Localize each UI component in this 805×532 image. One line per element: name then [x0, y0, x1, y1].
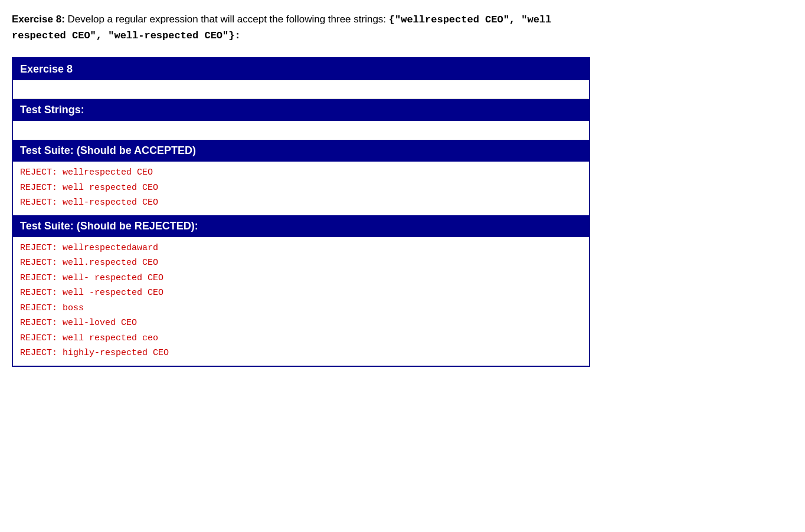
reject-label: REJECT:	[20, 333, 57, 343]
reject-label: REJECT:	[20, 168, 57, 178]
test-row: REJECT: well -respected CEO	[20, 285, 582, 301]
test-row: REJECT: well respected CEO	[20, 180, 582, 196]
rejected-rows-container: REJECT: wellrespectedawardREJECT: well.r…	[13, 237, 589, 366]
reject-label: REJECT:	[20, 243, 57, 253]
intro-text: Develop a regular expression that will a…	[65, 14, 389, 25]
test-row: REJECT: well-loved CEO	[20, 316, 582, 331]
accepted-rows-container: REJECT: wellrespected CEOREJECT: well re…	[13, 162, 589, 215]
reject-label: REJECT:	[20, 303, 57, 313]
exercise-container: Exercise 8 Test Strings: Test Suite: (Sh…	[12, 57, 590, 367]
test-row: REJECT: well- respected CEO	[20, 271, 582, 286]
test-strings-label: Test Strings:	[20, 104, 84, 116]
reject-label: REJECT:	[20, 348, 57, 358]
test-strings-area[interactable]	[13, 121, 589, 140]
test-row: REJECT: boss	[20, 301, 582, 316]
test-row: REJECT: well respected ceo	[20, 331, 582, 346]
test-value: well -respected CEO	[63, 288, 163, 298]
accepted-header: Test Suite: (Should be ACCEPTED)	[13, 140, 589, 162]
reject-label: REJECT:	[20, 198, 57, 208]
rejected-header: Test Suite: (Should be REJECTED):	[13, 215, 589, 237]
test-row: REJECT: wellrespectedaward	[20, 241, 582, 256]
test-strings-header: Test Strings:	[13, 99, 589, 121]
test-value: boss	[63, 303, 84, 313]
test-value: highly-respected CEO	[63, 348, 169, 358]
test-value: well- respected CEO	[63, 273, 163, 283]
rejected-header-text: Test Suite: (Should be REJECTED):	[20, 220, 198, 232]
test-value: wellrespected CEO	[63, 168, 153, 178]
test-row: REJECT: highly-respected CEO	[20, 346, 582, 361]
reject-label: REJECT:	[20, 288, 57, 298]
reject-label: REJECT:	[20, 273, 57, 283]
accepted-header-text: Test Suite: (Should be ACCEPTED)	[20, 145, 196, 156]
exercise-title-text: Exercise 8	[20, 63, 73, 75]
test-value: wellrespectedaward	[63, 243, 158, 253]
test-strings-input[interactable]	[19, 125, 583, 135]
reject-label: REJECT:	[20, 183, 57, 193]
test-value: well.respected CEO	[63, 258, 158, 268]
exercise-title-header: Exercise 8	[13, 58, 589, 80]
test-value: well-respected CEO	[63, 198, 158, 208]
test-value: well-loved CEO	[63, 318, 137, 328]
test-row: REJECT: well.respected CEO	[20, 255, 582, 271]
test-row: REJECT: well-respected CEO	[20, 195, 582, 211]
regex-input-area[interactable]	[13, 80, 589, 99]
intro-label: Exercise 8:	[12, 14, 65, 25]
regex-input[interactable]	[19, 84, 583, 94]
reject-label: REJECT:	[20, 258, 57, 268]
reject-label: REJECT:	[20, 318, 57, 328]
intro-paragraph: Exercise 8: Develop a regular expression…	[12, 12, 590, 43]
test-value: well respected CEO	[63, 183, 158, 193]
test-value: well respected ceo	[63, 333, 158, 343]
test-row: REJECT: wellrespected CEO	[20, 165, 582, 180]
